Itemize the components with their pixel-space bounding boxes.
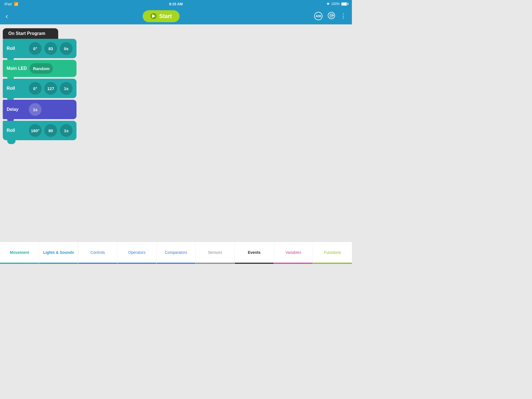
block-roll-2-param-2[interactable]: 1s: [60, 82, 73, 95]
tab-comparators[interactable]: Comparators: [157, 242, 196, 264]
status-bar: iPad 📶 9:15 AM ✱ 100%: [0, 0, 352, 8]
settings-icon[interactable]: [328, 12, 335, 21]
play-icon: [150, 13, 157, 19]
block-roll-1-param-2[interactable]: 0s: [60, 42, 73, 55]
aim-label: AIM: [316, 14, 321, 18]
tab-controls[interactable]: Controls: [78, 242, 117, 264]
block-roll-1-label: Roll: [7, 46, 26, 51]
tab-lights-sounds[interactable]: Lights & Sounds: [39, 242, 78, 264]
status-left: iPad 📶: [4, 2, 18, 6]
block-roll-3-param-0[interactable]: 180°: [29, 124, 42, 137]
program-container: On Start Program Roll 0° 83 0s Main LED …: [3, 28, 76, 140]
play-triangle: [152, 14, 155, 18]
block-roll-2[interactable]: Roll 0° 127 1s: [3, 79, 76, 98]
tab-operators[interactable]: Operators: [117, 242, 157, 264]
block-led-label: Main LED: [7, 66, 27, 71]
battery-percent: 100%: [331, 2, 340, 6]
block-roll-1[interactable]: Roll 0° 83 0s: [3, 39, 76, 58]
tab-controls-label: Controls: [90, 250, 105, 255]
block-roll-1-param-1[interactable]: 83: [44, 42, 57, 55]
block-led[interactable]: Main LED Random: [3, 60, 76, 77]
block-led-param-0[interactable]: Random: [30, 63, 53, 74]
status-right: ✱ 100%: [327, 2, 347, 6]
tab-sensors-label: Sensors: [208, 250, 222, 255]
block-roll-1-param-0[interactable]: 0°: [29, 42, 42, 55]
battery-icon: [341, 2, 347, 6]
back-button[interactable]: ‹: [6, 12, 8, 21]
tab-comparators-label: Comparators: [165, 250, 187, 255]
block-delay-param-0[interactable]: 1s: [29, 103, 42, 116]
tab-bar: Movement Lights & Sounds Controls Operat…: [0, 242, 352, 264]
device-label: iPad: [4, 2, 12, 6]
block-roll-3-label: Roll: [7, 128, 26, 133]
aim-icon[interactable]: AIM: [314, 12, 323, 20]
on-start-header[interactable]: On Start Program: [3, 28, 58, 39]
tab-movement[interactable]: Movement: [0, 242, 39, 264]
block-roll-3-param-2[interactable]: 1s: [60, 124, 73, 137]
tab-variables[interactable]: Variables: [274, 242, 313, 264]
tab-sensors[interactable]: Sensors: [196, 242, 235, 264]
svg-point-1: [332, 15, 334, 16]
block-delay-label: Delay: [7, 107, 26, 112]
block-roll-3-param-1[interactable]: 80: [44, 124, 57, 137]
block-roll-2-param-1[interactable]: 127: [44, 82, 57, 95]
toolbar-right: AIM ⋮: [314, 12, 346, 21]
block-roll-2-param-0[interactable]: 0°: [29, 82, 42, 95]
canvas-area: On Start Program Roll 0° 83 0s Main LED …: [0, 24, 352, 242]
more-options-icon[interactable]: ⋮: [340, 12, 346, 20]
tab-operators-label: Operators: [128, 250, 145, 255]
block-delay[interactable]: Delay 1s: [3, 100, 76, 119]
block-roll-3[interactable]: Roll 180° 80 1s: [3, 121, 76, 140]
tab-variables-label: Variables: [285, 250, 301, 255]
status-time: 9:15 AM: [169, 2, 183, 6]
tab-functions[interactable]: Functions: [313, 242, 352, 264]
start-button[interactable]: Start: [143, 10, 180, 22]
tab-functions-label: Functions: [324, 250, 341, 255]
tab-lights-sounds-label: Lights & Sounds: [43, 250, 74, 255]
tab-movement-label: Movement: [10, 250, 29, 255]
on-start-label: On Start Program: [8, 31, 45, 36]
bluetooth-icon: ✱: [327, 2, 329, 6]
tab-events-label: Events: [248, 250, 260, 255]
start-label: Start: [159, 13, 172, 19]
wifi-icon: 📶: [14, 2, 18, 6]
tab-events[interactable]: Events: [235, 242, 274, 264]
toolbar: ‹ Start AIM ⋮: [0, 8, 352, 24]
block-roll-2-label: Roll: [7, 86, 26, 91]
